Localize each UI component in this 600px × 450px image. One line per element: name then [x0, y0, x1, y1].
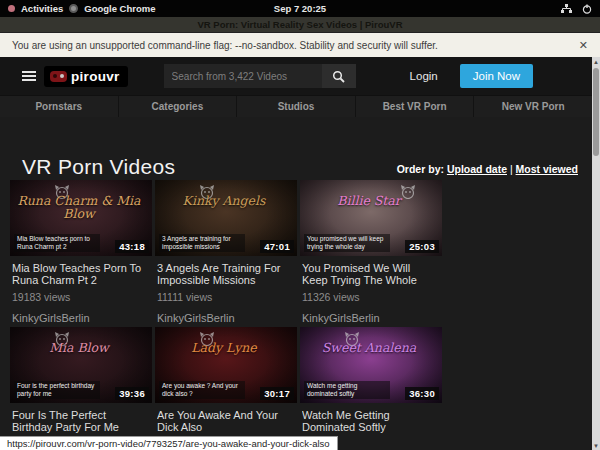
- video-card: Mia Blow Four is the perfect birthday pa…: [10, 327, 152, 450]
- warning-message: You are using an unsupported command-lin…: [0, 40, 438, 51]
- window-title: VR Porn: Virtual Reality Sex Videos | Pi…: [197, 19, 402, 30]
- studio-watermark-icon: [54, 185, 70, 199]
- video-thumbnail[interactable]: Sweet Analena Watch me getting dominated…: [300, 327, 442, 403]
- video-grid: Runa Charm & Mia Blow Mia Blow teaches p…: [0, 180, 582, 450]
- nav-item-new-vr-porn[interactable]: New VR Porn: [473, 96, 592, 117]
- studio-watermark-icon: [400, 185, 416, 199]
- site-logo-text: pirouvr: [71, 69, 120, 84]
- main-nav: PornstarsCategoriesStudiosBest VR PornNe…: [0, 95, 592, 117]
- video-views: 19183 views: [12, 291, 148, 303]
- video-thumbnail[interactable]: Billie Star You promised we will keep tr…: [300, 180, 442, 256]
- page-viewport: pirouvr Login Join Now PornstarsCategori…: [0, 57, 600, 450]
- studio-watermark-icon: [199, 185, 215, 199]
- video-title-link[interactable]: Are You Awake And Your Dick Also: [157, 409, 293, 433]
- video-card: Lady Lyne Are you awake ? And your dick …: [155, 327, 297, 450]
- status-url: https://pirouvr.com/vr-porn-video/779325…: [7, 438, 330, 449]
- nav-item-studios[interactable]: Studios: [236, 96, 355, 117]
- order-by-label: Order by:: [397, 163, 444, 175]
- video-thumbnail[interactable]: Lady Lyne Are you awake ? And your dick …: [155, 327, 297, 403]
- page-title: VR Porn Videos: [22, 155, 175, 179]
- video-studio-link[interactable]: KinkyGirlsBerlin: [12, 312, 148, 324]
- video-title-link[interactable]: You Promised We Will Keep Trying The Who…: [302, 262, 438, 286]
- chrome-warning-bar: You are using an unsupported command-lin…: [0, 33, 600, 57]
- video-thumbnail[interactable]: Runa Charm & Mia Blow Mia Blow teaches p…: [10, 180, 152, 256]
- video-card: Billie Star You promised we will keep tr…: [300, 180, 442, 324]
- video-title-link[interactable]: Mia Blow Teaches Porn To Runa Charm Pt 2: [12, 262, 148, 286]
- order-upload-date-link[interactable]: Upload date: [447, 163, 507, 175]
- scroll-down-icon[interactable]: ▼: [592, 441, 600, 450]
- browser-window: Activities Google Chrome Sep 7 20:25 VR …: [0, 0, 600, 450]
- nav-item-best-vr-porn[interactable]: Best VR Porn: [355, 96, 474, 117]
- video-card: Kinky Angels 3 Angels are training for i…: [155, 180, 297, 324]
- clock[interactable]: Sep 7 20:25: [0, 3, 600, 14]
- video-card: Runa Charm & Mia Blow Mia Blow teaches p…: [10, 180, 152, 324]
- vr-goggles-icon: [50, 71, 67, 82]
- site-logo[interactable]: pirouvr: [44, 66, 128, 87]
- search-input[interactable]: [164, 64, 322, 88]
- studio-watermark-icon: [344, 332, 360, 346]
- scroll-up-icon[interactable]: ▲: [592, 57, 600, 66]
- duration-badge: 47:01: [260, 240, 294, 253]
- order-most-viewed-link[interactable]: Most viewed: [516, 163, 578, 175]
- status-url-bubble: https://pirouvr.com/vr-porn-video/779325…: [0, 436, 338, 450]
- video-title-link[interactable]: Four Is The Perfect Birthday Party For M…: [12, 409, 148, 433]
- video-views: 11111 views: [157, 291, 293, 303]
- video-studio-link[interactable]: KinkyGirlsBerlin: [157, 312, 293, 324]
- window-title-bar: VR Porn: Virtual Reality Sex Videos | Pi…: [0, 17, 600, 33]
- studio-watermark-icon: [54, 332, 70, 346]
- studio-watermark-icon: [199, 332, 215, 346]
- duration-badge: 39:36: [115, 387, 149, 400]
- video-studio-link[interactable]: KinkyGirlsBerlin: [302, 312, 438, 324]
- video-title-link[interactable]: 3 Angels Are Training For Impossible Mis…: [157, 262, 293, 286]
- order-by: Order by: Upload date | Most viewed: [397, 163, 578, 179]
- duration-badge: 25:03: [405, 240, 439, 253]
- nav-item-categories[interactable]: Categories: [118, 96, 237, 117]
- site-header: pirouvr Login Join Now: [0, 57, 592, 95]
- login-link[interactable]: Login: [410, 70, 438, 82]
- join-now-button[interactable]: Join Now: [460, 64, 533, 88]
- video-views: 11326 views: [302, 291, 438, 303]
- search-button[interactable]: [322, 64, 356, 88]
- video-thumbnail[interactable]: Mia Blow Four is the perfect birthday pa…: [10, 327, 152, 403]
- nav-item-pornstars[interactable]: Pornstars: [0, 96, 118, 117]
- video-card: Sweet Analena Watch me getting dominated…: [300, 327, 442, 450]
- duration-badge: 36:30: [405, 387, 439, 400]
- scrollbar[interactable]: ▲ ▼: [592, 57, 600, 450]
- duration-badge: 43:18: [115, 240, 149, 253]
- duration-badge: 30:17: [260, 387, 294, 400]
- search-icon: [332, 70, 345, 83]
- video-thumbnail[interactable]: Kinky Angels 3 Angels are training for i…: [155, 180, 297, 256]
- system-top-bar: Activities Google Chrome Sep 7 20:25: [0, 0, 600, 17]
- close-icon[interactable]: ✕: [579, 39, 600, 52]
- scrollbar-thumb[interactable]: [593, 68, 599, 156]
- menu-icon[interactable]: [22, 69, 36, 83]
- video-title-link[interactable]: Watch Me Getting Dominated Softly: [302, 409, 438, 433]
